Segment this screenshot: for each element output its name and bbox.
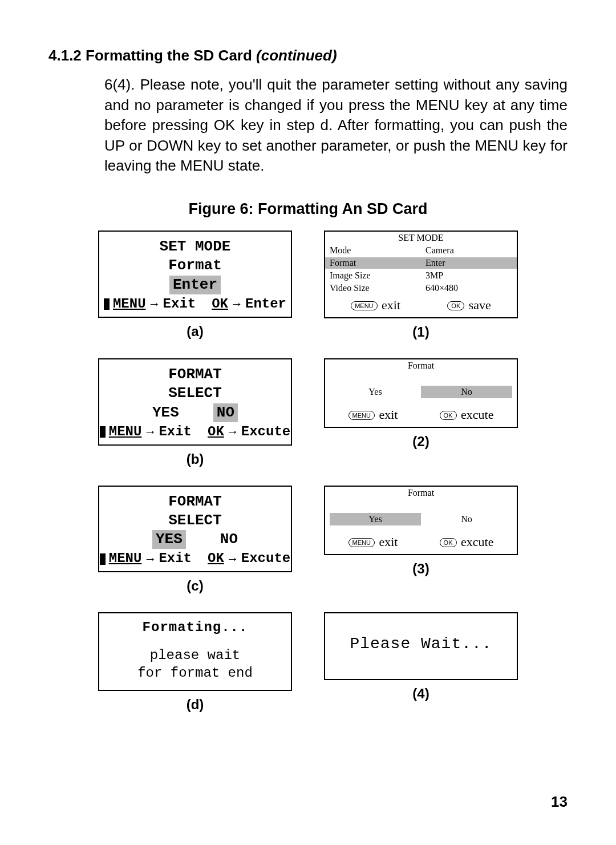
lcd-line: SELECT [103, 511, 287, 530]
gui-row-mode: Mode Camera [325, 244, 517, 257]
panel-c: FORMAT SELECT YES NO MENU → Exit OK → [98, 486, 292, 573]
exit-label: Exit [159, 423, 192, 441]
panel-d-cell: Formating... please wait for format end … [95, 612, 295, 725]
gui-row-videosize: Video Size 640×480 [325, 282, 517, 294]
menu-pill-icon: MENU [348, 411, 375, 420]
gui-bottom-row: MENU exit OK save [325, 294, 517, 314]
menu-label: MENU [113, 296, 146, 313]
ok-label: OK [208, 423, 224, 441]
panel-4-cell: Please Wait... (4) [321, 612, 521, 725]
nav-menu-exit: MENU → Exit [100, 550, 192, 568]
exit-label: exit [379, 407, 398, 422]
gui-title: Format [325, 487, 517, 499]
section-number: 4.1.2 [48, 47, 82, 64]
ok-label: OK [208, 550, 224, 568]
panel-b-cell: FORMAT SELECT YES NO MENU → Exit OK → [95, 358, 295, 480]
menu-pill-icon: MENU [351, 301, 377, 310]
choice-no: NO [220, 530, 238, 549]
arrow-right-icon: → [230, 296, 243, 312]
panel-a: SET MODE Format Enter MENU → Exit OK → [98, 231, 292, 318]
excute-label: Excute [241, 550, 290, 568]
gui-yesno: Yes No [330, 513, 512, 525]
ok-pill-icon: OK [440, 538, 457, 547]
figure-caption: Figure 6: Formatting An SD Card [48, 200, 568, 218]
lcd-line: SELECT [103, 384, 287, 403]
lcd-bottom-row: MENU → Exit OK → Enter [103, 296, 287, 313]
panel-caption: (3) [412, 561, 429, 577]
row-label: Video Size [325, 282, 421, 294]
arrow-right-icon: → [148, 296, 161, 312]
nav-menu-exit: MENU → Exit [104, 296, 196, 313]
gui-bottom-row: MENU exit OK excute [325, 531, 517, 551]
gui-rows: Mode Camera Format Enter Image Size 3MP … [325, 244, 517, 294]
nav-ok-excute: OK → Excute [208, 550, 290, 568]
panel-2-cell: Format Yes No MENU exit OK excute (2) [321, 358, 521, 480]
lcd-choices: YES NO [103, 403, 287, 422]
lcd-choices: YES NO [103, 530, 287, 549]
arrow-right-icon: → [144, 551, 156, 567]
nav-ok-enter: OK → Enter [212, 296, 286, 313]
save-label: save [469, 298, 491, 312]
nav-ok-excute: OK → Excute [208, 423, 290, 441]
ok-pill-icon: OK [447, 301, 464, 310]
gui-title: Format [325, 359, 517, 372]
gui-title: SET MODE [325, 232, 517, 244]
nav-menu-exit: MENU exit [348, 407, 398, 422]
choice-no-selected: No [421, 386, 512, 398]
choice-no-selected: NO [213, 403, 238, 422]
choice-yes-selected: YES [152, 530, 186, 549]
cursor-icon [104, 298, 110, 310]
row-value: Camera [421, 245, 517, 256]
panel-3-cell: Format Yes No MENU exit OK excute (3) [321, 486, 521, 607]
exit-label: Exit [163, 296, 196, 313]
cursor-icon [100, 426, 106, 438]
lcd-line: FORMAT [103, 492, 287, 511]
nav-ok-excute: OK excute [440, 535, 494, 549]
panel-caption: (4) [412, 686, 429, 702]
menu-label: MENU [109, 423, 142, 441]
nav-menu-exit: MENU exit [351, 298, 400, 313]
page-number: 13 [551, 793, 568, 811]
row-value: Enter [421, 257, 517, 269]
lcd-bottom-row: MENU → Exit OK → Excute [103, 423, 287, 441]
panel-caption: (d) [187, 697, 204, 713]
panel-3: Format Yes No MENU exit OK excute [324, 486, 518, 555]
row-label: Image Size [325, 270, 421, 281]
arrow-right-icon: → [226, 551, 239, 567]
row-label: Mode [325, 245, 421, 256]
panel-4: Please Wait... [324, 612, 518, 680]
panel-2: Format Yes No MENU exit OK excute [324, 358, 518, 428]
ok-label: OK [212, 296, 228, 313]
choice-yes: Yes [330, 386, 421, 398]
panel-d: Formating... please wait for format end [98, 612, 292, 691]
nav-ok-save: OK save [447, 298, 491, 313]
lcd-line: please wait [103, 647, 287, 665]
panel-caption: (1) [412, 324, 429, 340]
enter-label: Enter [245, 296, 286, 313]
gui-yesno: Yes No [330, 386, 512, 398]
lcd-line: for format end [103, 665, 287, 682]
lcd-line: SET MODE [103, 237, 287, 256]
panel-1: SET MODE Mode Camera Format Enter Image … [324, 231, 518, 318]
nav-menu-exit: MENU exit [348, 535, 398, 549]
panel-c-cell: FORMAT SELECT YES NO MENU → Exit OK → [95, 486, 295, 607]
menu-label: MENU [109, 550, 142, 568]
ok-pill-icon: OK [440, 411, 457, 420]
arrow-right-icon: → [144, 424, 156, 440]
excute-label: excute [461, 535, 493, 549]
panel-caption: (a) [187, 324, 203, 339]
section-heading: 4.1.2 Formatting the SD Card (continued) [48, 47, 568, 64]
excute-label: excute [461, 407, 493, 422]
manual-page: 4.1.2 Formatting the SD Card (continued)… [0, 0, 616, 845]
cursor-icon [100, 553, 106, 565]
lcd-line: Enter [103, 276, 287, 294]
body-paragraph: 6(4). Please note, you'll quit the param… [104, 75, 568, 176]
row-value: 640×480 [421, 282, 517, 294]
section-continued: (continued) [256, 47, 337, 64]
lcd-bottom-row: MENU → Exit OK → Excute [103, 550, 287, 568]
gui-bottom-row: MENU exit OK excute [325, 404, 517, 423]
lcd-line: FORMAT [103, 365, 287, 384]
panel-caption: (b) [187, 451, 204, 467]
panel-b: FORMAT SELECT YES NO MENU → Exit OK → [98, 358, 292, 446]
row-value: 3MP [421, 270, 517, 281]
